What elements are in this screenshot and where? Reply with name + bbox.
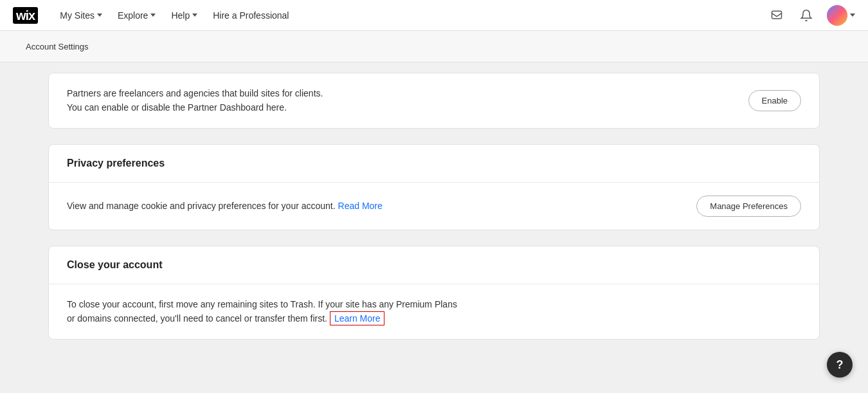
top-navigation: wix My Sites Explore Help Hire a Profess…: [0, 0, 868, 31]
nav-help[interactable]: Help: [165, 6, 204, 24]
close-account-text-line1: To close your account, first move any re…: [67, 299, 457, 309]
page-content: Partners are freelancers and agencies th…: [0, 62, 868, 393]
avatar: [827, 5, 847, 26]
privacy-card-body: View and manage cookie and privacy prefe…: [49, 183, 819, 230]
close-account-text-line2: or domains connected, you'll need to can…: [67, 313, 327, 324]
privacy-card-title: Privacy preferences: [67, 158, 165, 169]
breadcrumb: Account Settings: [26, 42, 89, 51]
close-account-header: Close your account: [49, 246, 819, 284]
learn-more-link[interactable]: Learn More: [330, 311, 385, 325]
my-sites-label: My Sites: [60, 10, 95, 21]
help-label: Help: [171, 10, 190, 21]
nav-my-sites[interactable]: My Sites: [53, 6, 109, 24]
svg-rect-0: [772, 11, 782, 19]
main-content-area: Partners are freelancers and agencies th…: [23, 73, 845, 381]
breadcrumb-bar: Account Settings: [0, 31, 868, 62]
help-chevron-icon: [192, 14, 197, 17]
privacy-card-header: Privacy preferences: [49, 145, 819, 183]
manage-preferences-button[interactable]: Manage Preferences: [696, 196, 801, 217]
partner-text-line2: You can enable or disable the Partner Da…: [67, 102, 287, 113]
close-account-title: Close your account: [67, 259, 162, 270]
nav-hire-professional[interactable]: Hire a Professional: [206, 6, 295, 24]
hire-professional-label: Hire a Professional: [213, 10, 289, 21]
wix-logo[interactable]: wix: [13, 7, 38, 24]
partner-card: Partners are freelancers and agencies th…: [48, 73, 820, 129]
messages-button[interactable]: [768, 6, 786, 24]
partner-card-text: Partners are freelancers and agencies th…: [67, 86, 323, 115]
privacy-card-text: View and manage cookie and privacy prefe…: [67, 199, 383, 213]
privacy-body-text: View and manage cookie and privacy prefe…: [67, 201, 336, 211]
svg-rect-1: [827, 5, 847, 26]
nav-right-actions: [768, 5, 855, 26]
close-account-card: Close your account To close your account…: [48, 246, 820, 340]
privacy-read-more-link[interactable]: Read More: [338, 201, 383, 211]
partner-card-body: Partners are freelancers and agencies th…: [49, 73, 819, 128]
nav-explore[interactable]: Explore: [111, 6, 162, 24]
explore-label: Explore: [118, 10, 148, 21]
user-avatar-menu[interactable]: [827, 5, 855, 26]
nav-items: My Sites Explore Help Hire a Professiona…: [53, 6, 768, 24]
help-fab-button[interactable]: ?: [827, 352, 853, 378]
explore-chevron-icon: [150, 14, 156, 17]
enable-button[interactable]: Enable: [748, 90, 801, 111]
privacy-preferences-card: Privacy preferences View and manage cook…: [48, 144, 820, 230]
avatar-chevron-icon: [850, 14, 855, 17]
close-account-body: To close your account, first move any re…: [49, 284, 819, 339]
partner-text-line1: Partners are freelancers and agencies th…: [67, 88, 323, 98]
my-sites-chevron-icon: [97, 14, 102, 17]
notifications-button[interactable]: [797, 6, 815, 24]
close-account-text: To close your account, first move any re…: [67, 297, 457, 326]
